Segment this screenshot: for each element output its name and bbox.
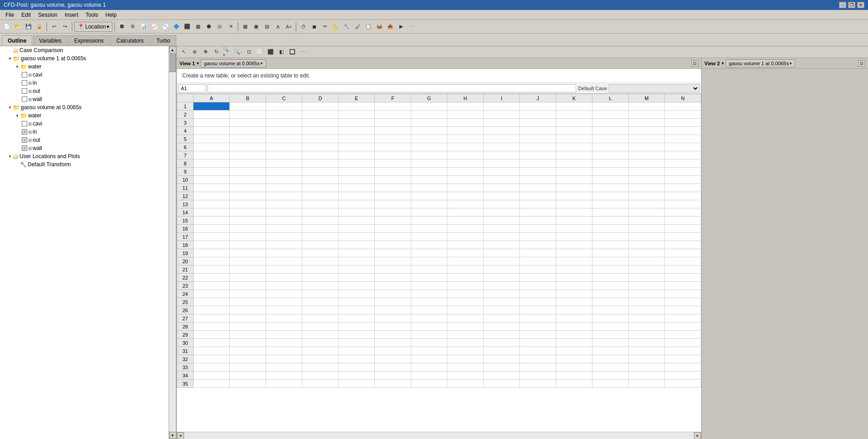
cell-H28[interactable] <box>447 323 484 331</box>
cell-H7[interactable] <box>447 151 484 159</box>
cell-M19[interactable] <box>629 249 665 257</box>
cell-K23[interactable] <box>556 282 592 290</box>
view-select-btn[interactable]: ↖ <box>179 47 189 57</box>
cell-D23[interactable] <box>302 282 339 290</box>
tab-outline[interactable]: Outline <box>2 35 32 46</box>
cell-F32[interactable] <box>375 355 411 363</box>
tree-item-wall2[interactable]: ✓ ⊞ wall <box>0 144 169 152</box>
cell-C30[interactable] <box>266 339 302 347</box>
cell-F27[interactable] <box>375 314 411 323</box>
cell-L28[interactable] <box>592 323 629 331</box>
tb3[interactable]: 📊 <box>139 22 149 32</box>
cell-D1[interactable] <box>302 102 339 111</box>
cell-H23[interactable] <box>447 282 484 290</box>
cell-H12[interactable] <box>447 192 484 200</box>
cell-L19[interactable] <box>592 249 629 257</box>
view-iso-btn[interactable]: 🔲 <box>287 47 297 57</box>
cell-C12[interactable] <box>266 192 302 200</box>
cell-G9[interactable] <box>411 168 447 176</box>
tb11[interactable]: ✕ <box>226 22 236 32</box>
h-scroll-right-btn[interactable]: ▸ <box>694 432 701 439</box>
cell-M34[interactable] <box>629 371 665 380</box>
tb2[interactable]: ⚙ <box>128 22 138 32</box>
cell-J6[interactable] <box>520 143 556 151</box>
cell-N17[interactable] <box>665 233 701 241</box>
cell-B31[interactable] <box>230 347 266 355</box>
cell-E2[interactable] <box>339 111 375 119</box>
cell-B10[interactable] <box>230 176 266 184</box>
cell-N16[interactable] <box>665 225 701 233</box>
cell-C20[interactable] <box>266 257 302 265</box>
cell-K29[interactable] <box>556 331 592 339</box>
cell-B35[interactable] <box>230 380 266 388</box>
cell-K14[interactable] <box>556 208 592 217</box>
cell-I5[interactable] <box>484 135 520 143</box>
cell-J24[interactable] <box>520 290 556 298</box>
tree-item-out1[interactable]: ⊞ out <box>0 87 169 95</box>
cell-N22[interactable] <box>665 274 701 282</box>
tree-item-water1[interactable]: ▼ 📁 water <box>0 63 169 71</box>
cell-L34[interactable] <box>592 371 629 380</box>
cell-L30[interactable] <box>592 339 629 347</box>
cell-G28[interactable] <box>411 323 447 331</box>
cell-K2[interactable] <box>556 111 592 119</box>
in2-checkbox[interactable]: ✓ <box>22 129 27 135</box>
cell-I15[interactable] <box>484 217 520 225</box>
cell-E31[interactable] <box>339 347 375 355</box>
cell-L7[interactable] <box>592 151 629 159</box>
cell-E33[interactable] <box>339 363 375 371</box>
cell-N20[interactable] <box>665 257 701 265</box>
cell-E28[interactable] <box>339 323 375 331</box>
cell-L3[interactable] <box>592 119 629 127</box>
cell-N21[interactable] <box>665 265 701 274</box>
cell-G14[interactable] <box>411 208 447 217</box>
tab-turbo[interactable]: Turbo <box>150 35 176 46</box>
cell-H15[interactable] <box>447 217 484 225</box>
cell-A32[interactable] <box>194 355 230 363</box>
cell-E21[interactable] <box>339 265 375 274</box>
cell-N12[interactable] <box>665 192 701 200</box>
view-pan-btn[interactable]: ✥ <box>200 47 210 57</box>
cell-D13[interactable] <box>302 200 339 208</box>
cell-A19[interactable] <box>194 249 230 257</box>
cell-E29[interactable] <box>339 331 375 339</box>
save-btn[interactable]: 💾 <box>24 22 34 32</box>
cell-N18[interactable] <box>665 241 701 249</box>
col-header-J[interactable]: J <box>520 94 556 102</box>
tab-calculators[interactable]: Calculators <box>111 35 150 46</box>
cell-D22[interactable] <box>302 274 339 282</box>
cell-I2[interactable] <box>484 111 520 119</box>
cell-N25[interactable] <box>665 298 701 306</box>
save-state-btn[interactable]: 🔒 <box>34 22 44 32</box>
cell-G10[interactable] <box>411 176 447 184</box>
cell-G15[interactable] <box>411 217 447 225</box>
tree-item-gaosu2[interactable]: ▼ 📁 gaosu volume at 0.0065s <box>0 103 169 111</box>
tb15[interactable]: A <box>273 22 283 32</box>
cell-D19[interactable] <box>302 249 339 257</box>
cell-B6[interactable] <box>230 143 266 151</box>
cell-C25[interactable] <box>266 298 302 306</box>
cell-A24[interactable] <box>194 290 230 298</box>
cell-K19[interactable] <box>556 249 592 257</box>
cell-L27[interactable] <box>592 314 629 323</box>
cell-L8[interactable] <box>592 159 629 168</box>
cell-F23[interactable] <box>375 282 411 290</box>
view2-dropdown-arrow[interactable]: ▾ <box>722 61 724 66</box>
cell-C19[interactable] <box>266 249 302 257</box>
scroll-down-btn[interactable]: ▼ <box>169 432 176 439</box>
cell-N4[interactable] <box>665 127 701 135</box>
tb20[interactable]: 📐 <box>331 22 341 32</box>
cell-G2[interactable] <box>411 111 447 119</box>
cell-J4[interactable] <box>520 127 556 135</box>
cell-K24[interactable] <box>556 290 592 298</box>
tree-item-wall1[interactable]: ⊞ wall <box>0 95 169 103</box>
cell-A1[interactable] <box>194 102 230 111</box>
cell-G26[interactable] <box>411 306 447 314</box>
cell-A7[interactable] <box>194 151 230 159</box>
cell-K15[interactable] <box>556 217 592 225</box>
menu-session[interactable]: Session <box>34 10 61 19</box>
cell-L20[interactable] <box>592 257 629 265</box>
cell-H11[interactable] <box>447 184 484 192</box>
cell-D18[interactable] <box>302 241 339 249</box>
cell-J21[interactable] <box>520 265 556 274</box>
